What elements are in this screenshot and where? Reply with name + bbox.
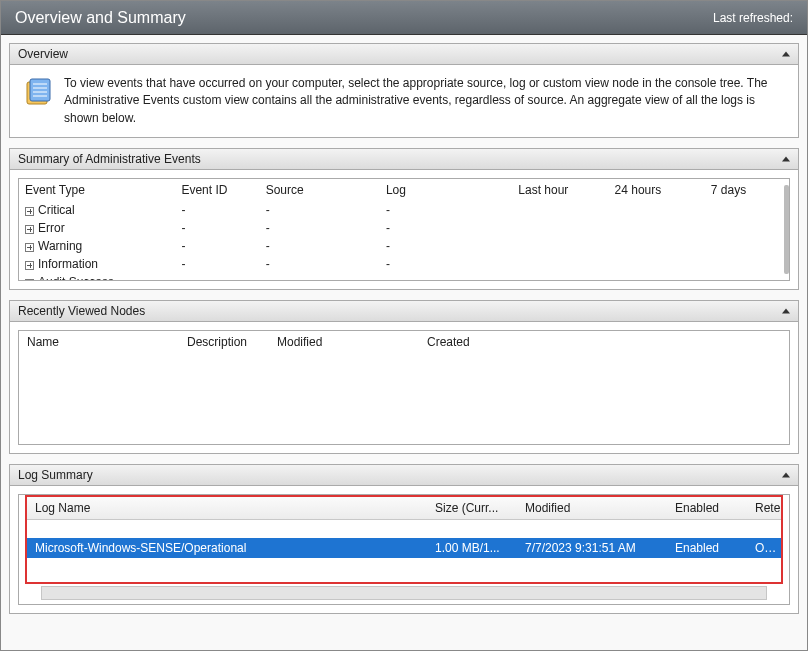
cell: Microsoft-Windows-SENSE/Operational [27,538,427,558]
collapse-icon [782,473,790,478]
event-type-label: Critical [38,203,75,217]
cell [609,219,705,237]
recent-nodes-header-label: Recently Viewed Nodes [18,304,145,318]
overview-header[interactable]: Overview [9,43,799,65]
overview-header-label: Overview [18,47,68,61]
cell [609,255,705,273]
table-row[interactable]: Audit Success--- [19,273,789,281]
table-row[interactable]: Error--- [19,219,789,237]
cell [27,520,427,538]
col-modified[interactable]: Modified [517,497,667,520]
col-last-hour[interactable]: Last hour [512,179,608,201]
overview-text: To view events that have occurred on you… [64,75,784,127]
log-summary-header-label: Log Summary [18,468,93,482]
log-summary-body: Log Name Size (Curr... Modified Enabled … [9,486,799,614]
cell [517,520,667,538]
cell: - [380,255,512,273]
cell: - [175,255,259,273]
col-source[interactable]: Source [260,179,380,201]
recent-nodes-header[interactable]: Recently Viewed Nodes [9,300,799,322]
cell [512,237,608,255]
log-summary-table-container[interactable]: Log Name Size (Curr... Modified Enabled … [18,494,790,605]
page-title: Overview and Summary [15,9,186,27]
log-summary-panel: Log Summary Log Name [9,464,799,614]
cell: - [175,273,259,281]
table-row[interactable]: Critical--- [19,201,789,219]
cell: - [260,201,380,219]
cell [705,255,789,273]
recent-nodes-table-container[interactable]: Name Description Modified Created [18,330,790,445]
cell [609,273,705,281]
table-row[interactable]: Microsoft-Windows-SENSE/Operational1.00 … [27,538,781,558]
col-description[interactable]: Description [187,335,277,349]
highlighted-region: Log Name Size (Curr... Modified Enabled … [25,495,783,584]
cell [609,201,705,219]
cell: 1.00 MB/1... [427,538,517,558]
table-row[interactable]: Information--- [19,255,789,273]
cell: - [380,237,512,255]
cell [747,520,781,538]
log-table-header-row: Log Name Size (Curr... Modified Enabled … [27,497,781,520]
admin-events-panel: Summary of Administrative Events Event T… [9,148,799,290]
col-24-hours[interactable]: 24 hours [609,179,705,201]
col-event-type[interactable]: Event Type [19,179,175,201]
event-viewer-summary-window: Overview and Summary Last refreshed: Ove… [0,0,808,651]
col-event-id[interactable]: Event ID [175,179,259,201]
col-7-days[interactable]: 7 days [705,179,789,201]
svg-rect-1 [30,79,50,101]
cell: 7/7/2023 9:31:51 AM [517,538,667,558]
cell [512,273,608,281]
col-name[interactable]: Name [27,335,187,349]
col-enabled[interactable]: Enabled [667,497,747,520]
event-type-label: Error [38,221,65,235]
expand-icon[interactable] [25,207,34,216]
col-log[interactable]: Log [380,179,512,201]
cell [427,520,517,538]
overview-panel: Overview To view events that have occurr… [9,43,799,138]
cell [705,237,789,255]
cell [512,219,608,237]
expand-icon[interactable] [25,279,34,282]
table-row[interactable] [27,520,781,538]
cell [705,273,789,281]
cell: Overwrite e [747,538,781,558]
cell: - [260,237,380,255]
vertical-scrollbar[interactable] [784,185,789,274]
col-created[interactable]: Created [427,335,577,349]
cell: - [175,219,259,237]
cell: - [175,201,259,219]
expand-icon[interactable] [25,225,34,234]
admin-events-table-container[interactable]: Event Type Event ID Source Log Last hour… [18,178,790,281]
log-summary-table: Log Name Size (Curr... Modified Enabled … [27,497,781,558]
collapse-icon [782,157,790,162]
event-type-label: Warning [38,239,82,253]
cell [705,201,789,219]
collapse-icon [782,309,790,314]
log-stack-icon [24,77,52,107]
expand-icon[interactable] [25,261,34,270]
horizontal-scrollbar[interactable] [41,586,767,600]
col-size[interactable]: Size (Curr... [427,497,517,520]
recent-nodes-header-row: Name Description Modified Created [19,331,789,353]
log-summary-header[interactable]: Log Summary [9,464,799,486]
cell [609,237,705,255]
cell: - [380,273,512,281]
expand-icon[interactable] [25,243,34,252]
cell [705,219,789,237]
overview-body: To view events that have occurred on you… [9,65,799,138]
col-retention[interactable]: Retention P [747,497,781,520]
cell [667,520,747,538]
content-area: Overview To view events that have occurr… [1,35,807,650]
last-refreshed-label: Last refreshed: [713,11,793,25]
cell: - [260,219,380,237]
cell: - [260,255,380,273]
admin-table-header-row: Event Type Event ID Source Log Last hour… [19,179,789,201]
cell: - [380,201,512,219]
admin-events-header[interactable]: Summary of Administrative Events [9,148,799,170]
cell [512,255,608,273]
event-type-label: Information [38,257,98,271]
table-row[interactable]: Warning--- [19,237,789,255]
col-modified[interactable]: Modified [277,335,427,349]
recent-nodes-body: Name Description Modified Created [9,322,799,454]
col-log-name[interactable]: Log Name [27,497,427,520]
